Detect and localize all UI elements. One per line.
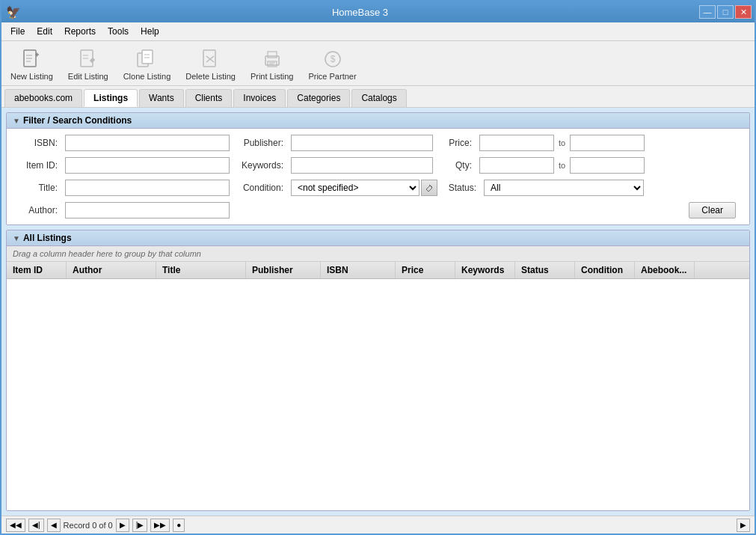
col-header-status[interactable]: Status <box>515 262 575 278</box>
price-from-input[interactable] <box>479 135 554 151</box>
statusbar: ◀◀ ◀| ◀ Record 0 of 0 ▶ |▶ ▶▶ ● ▶ <box>1 516 755 534</box>
record-count: Record 0 of 0 <box>64 521 113 530</box>
maximize-button[interactable]: □ <box>717 5 734 19</box>
qty-to-input[interactable] <box>570 157 645 174</box>
menu-tools[interactable]: Tools <box>102 24 135 39</box>
clone-listing-icon <box>136 48 157 70</box>
col-header-condition[interactable]: Condition <box>575 262 635 278</box>
col-header-itemid[interactable]: Item ID <box>7 262 67 278</box>
price-partner-button[interactable]: $ Price Partner <box>304 46 360 82</box>
price-partner-icon: $ <box>322 48 343 70</box>
filter-section-header: ▼ Filter / Search Conditions <box>7 113 749 129</box>
svg-text:$: $ <box>330 54 335 64</box>
new-listing-label: New Listing <box>10 72 53 81</box>
collapse-icon[interactable]: ▼ <box>13 117 20 125</box>
listings-section: ▼ All Listings Drag a column header here… <box>6 230 750 511</box>
delete-listing-label: Delete Listing <box>185 72 236 81</box>
col-header-title[interactable]: Title <box>156 262 246 278</box>
table-body <box>7 279 749 510</box>
listings-collapse-icon[interactable]: ▼ <box>13 234 20 242</box>
menu-file[interactable]: File <box>4 24 31 39</box>
listings-section-header: ▼ All Listings <box>7 230 749 246</box>
col-header-keywords[interactable]: Keywords <box>455 262 515 278</box>
clone-listing-button[interactable]: Clone Listing <box>119 46 176 82</box>
clone-listing-label: Clone Listing <box>123 72 171 81</box>
minimize-button[interactable]: — <box>699 5 716 19</box>
condition-label: Condition: <box>234 183 286 193</box>
tab-catalogs[interactable]: Catalogs <box>351 89 406 107</box>
tab-categories[interactable]: Categories <box>287 89 350 107</box>
filter-row-3: Title: Condition: <not specified> New Fi… <box>7 177 749 199</box>
price-to-input[interactable] <box>570 135 645 151</box>
window-title: HomeBase 3 <box>21 7 699 18</box>
title-input[interactable] <box>65 180 230 196</box>
nav-first-button[interactable]: ◀◀ <box>6 519 25 532</box>
itemid-label: Item ID: <box>16 160 61 171</box>
content-area: ▼ Filter / Search Conditions ISBN: Publi… <box>1 108 755 516</box>
filter-row-2: Item ID: Keywords: Qty: to <box>7 154 749 177</box>
edit-listing-label: Edit Listing <box>68 72 108 81</box>
filter-row-4: Author: Clear <box>7 199 749 224</box>
status-label: Status: <box>442 183 479 193</box>
drag-hint: Drag a column header here to group by th… <box>7 246 749 262</box>
isbn-input[interactable] <box>65 135 230 151</box>
print-listing-button[interactable]: Print Listing <box>246 46 298 82</box>
nav-last-button[interactable]: ▶▶ <box>150 519 170 532</box>
col-header-abebook[interactable]: Abebook... <box>635 262 695 278</box>
window-controls: — □ ✕ <box>699 5 755 19</box>
nav-end-button[interactable]: ● <box>173 519 185 532</box>
price-to-label: to <box>559 138 565 147</box>
filter-section: ▼ Filter / Search Conditions ISBN: Publi… <box>6 112 750 225</box>
nav-next-group-button[interactable]: |▶ <box>132 519 148 532</box>
publisher-input[interactable] <box>291 135 433 151</box>
edit-listing-icon <box>78 48 99 70</box>
price-partner-label: Price Partner <box>308 72 356 81</box>
condition-edit-icon <box>425 183 434 192</box>
tab-invoices[interactable]: Invoices <box>233 89 286 107</box>
new-listing-button[interactable]: New Listing <box>6 46 58 82</box>
tab-wants[interactable]: Wants <box>139 89 184 107</box>
print-listing-icon <box>262 48 283 70</box>
menu-edit[interactable]: Edit <box>31 24 58 39</box>
tab-clients[interactable]: Clients <box>185 89 233 107</box>
isbn-label: ISBN: <box>16 138 61 148</box>
delete-listing-icon <box>200 48 221 70</box>
col-header-price[interactable]: Price <box>396 262 455 278</box>
menu-reports[interactable]: Reports <box>58 24 102 39</box>
col-header-publisher[interactable]: Publisher <box>246 262 321 278</box>
col-header-isbn[interactable]: ISBN <box>321 262 396 278</box>
qty-from-input[interactable] <box>479 157 554 174</box>
scroll-right-button[interactable]: ▶ <box>737 519 750 532</box>
edit-listing-button[interactable]: Edit Listing <box>64 46 113 82</box>
filter-section-title: Filter / Search Conditions <box>23 115 132 126</box>
itemid-input[interactable] <box>65 157 230 174</box>
clear-button[interactable]: Clear <box>689 202 736 218</box>
filter-row-1: ISBN: Publisher: Price: to <box>7 129 749 154</box>
keywords-input[interactable] <box>291 157 433 174</box>
tabs-bar: abebooks.com Listings Wants Clients Invo… <box>1 86 755 108</box>
title-label: Title: <box>16 183 61 193</box>
qty-to-label: to <box>559 161 565 170</box>
new-listing-icon <box>21 48 42 70</box>
menu-help[interactable]: Help <box>135 24 165 39</box>
publisher-label: Publisher: <box>234 138 286 148</box>
title-bar: 🦅 HomeBase 3 — □ ✕ <box>1 1 755 22</box>
status-select[interactable]: All Active Inactive <box>484 180 644 196</box>
author-label: Author: <box>16 205 61 215</box>
nav-prev-group-button[interactable]: ◀| <box>28 519 44 532</box>
price-label: Price: <box>437 138 475 148</box>
tab-listings[interactable]: Listings <box>84 89 138 107</box>
tab-abebooks[interactable]: abebooks.com <box>4 89 82 107</box>
close-button[interactable]: ✕ <box>735 5 752 19</box>
table-header: Item ID Author Title Publisher ISBN Pric… <box>7 262 749 279</box>
condition-edit-button[interactable] <box>421 180 437 196</box>
nav-prev-button[interactable]: ◀ <box>47 519 61 532</box>
status-wrapper: All Active Inactive <box>484 180 644 196</box>
condition-select[interactable]: <not specified> New Fine Very Good Good … <box>291 180 420 196</box>
delete-listing-button[interactable]: Delete Listing <box>181 46 240 82</box>
print-listing-label: Print Listing <box>251 72 293 81</box>
nav-next-button[interactable]: ▶ <box>116 519 129 532</box>
author-input[interactable] <box>65 202 230 218</box>
condition-wrapper: <not specified> New Fine Very Good Good … <box>291 180 437 196</box>
col-header-author[interactable]: Author <box>67 262 156 278</box>
